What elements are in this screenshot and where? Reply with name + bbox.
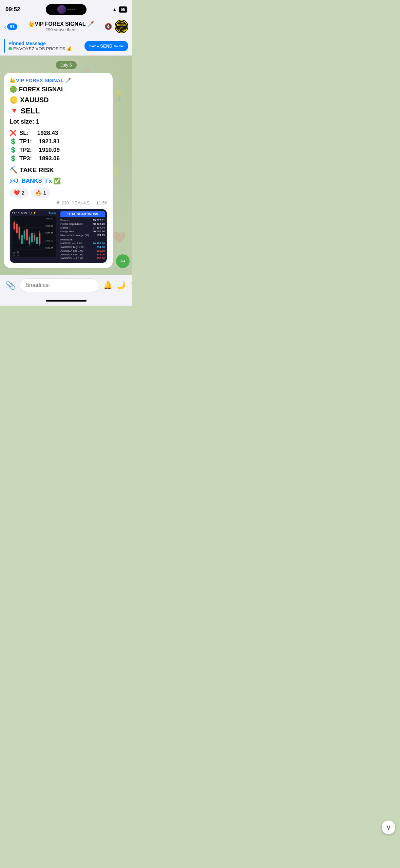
tp1-label: TP1: bbox=[19, 138, 32, 145]
wifi-icon: ▲ bbox=[112, 7, 117, 12]
marge-libre-value: 20 667.36 bbox=[93, 230, 105, 233]
tp2-value: 1910.09 bbox=[39, 147, 60, 153]
trade-screenshot[interactable]: 12:16 M15 + 𝑓 ⚡ Trade 1927.25 1926.50 19… bbox=[9, 209, 107, 263]
signal-pair: 🪙 XAUUSD bbox=[9, 96, 107, 104]
attach-button[interactable]: 📎 bbox=[5, 281, 16, 290]
notch-avatar bbox=[57, 5, 66, 14]
fonds-value: 48 525.10 bbox=[93, 222, 105, 225]
message-author: J'BANKS bbox=[72, 200, 90, 205]
bell-icon[interactable]: 🔔 bbox=[103, 281, 112, 290]
balance-value: 15 677.81 bbox=[93, 219, 105, 222]
tp3-emoji: 💲 bbox=[9, 155, 17, 162]
position-3: XAUUSD, sell 1.00 842.00 bbox=[60, 253, 105, 256]
tp3-label: TP3: bbox=[19, 155, 32, 162]
home-bar bbox=[46, 300, 87, 302]
svg-text:1926.50: 1926.50 bbox=[45, 224, 53, 228]
mention-link[interactable]: @J_BANKS_Fx ✅ bbox=[9, 177, 107, 185]
niveau-label: Niveau de la marge (%) : bbox=[60, 234, 90, 237]
pos1-name: XAUUSD, buy 1.00 bbox=[60, 246, 83, 249]
notch-dots bbox=[68, 9, 75, 10]
chart-svg: 1927.25 1926.50 1925.75 1925.00 1924.25 bbox=[12, 216, 56, 257]
chart-controls: + 𝑓 ⚡ bbox=[28, 211, 36, 215]
pair-emoji: 🪙 bbox=[9, 96, 18, 104]
pinned-message-text: ENVOYEZ VOS PROFITS 💰 bbox=[13, 46, 72, 51]
pos3-value: 842.00 bbox=[97, 253, 105, 256]
tp2-spaces bbox=[35, 147, 36, 153]
marge-value: 27 857.74 bbox=[93, 226, 105, 229]
mic-icon[interactable]: 🎙️ bbox=[130, 281, 132, 290]
fire-count: 1 bbox=[43, 190, 46, 196]
mute-icon[interactable]: 🔇 bbox=[104, 23, 112, 30]
status-bar: 09:52 ▲ 66 bbox=[0, 0, 132, 17]
niveau-row: Niveau de la marge (%) : 174.19 bbox=[60, 234, 105, 237]
share-button[interactable]: ↪ bbox=[116, 254, 130, 268]
pos0-name: NAS100, sell 1.00 bbox=[60, 242, 82, 245]
pinned-content: Pinned Message ENVOYEZ VOS PROFITS 💰 bbox=[8, 41, 81, 51]
pinned-message-bar[interactable]: Pinned Message ENVOYEZ VOS PROFITS 💰 »»»… bbox=[0, 36, 132, 56]
pos0-value: 14 380.00 bbox=[93, 242, 105, 245]
sender-name: 👑VIP FOREX SIGNAL 🗡️ bbox=[9, 77, 71, 84]
sl-emoji: ❌ bbox=[9, 129, 17, 137]
message-input[interactable] bbox=[20, 278, 99, 292]
pinned-accent-bar bbox=[4, 39, 5, 53]
fire-reaction[interactable]: 🔥 1 bbox=[31, 188, 50, 198]
verified-badge-icon: ✅ bbox=[53, 177, 61, 185]
channel-avatar[interactable]: THE HOUSE OF DOLLARS bbox=[115, 20, 128, 33]
avatar-text: THE HOUSE OF DOLLARS bbox=[116, 21, 127, 32]
marge-row: Marge : 27 857.74 bbox=[60, 226, 105, 229]
take-risk-text: TAKE RISK bbox=[20, 166, 54, 174]
status-icons: ▲ 66 bbox=[112, 6, 127, 13]
pair-name: XAUUSD bbox=[20, 96, 49, 104]
pos2-value: 826.00 bbox=[97, 249, 105, 252]
reactions-row: ❤️ 2 🔥 1 bbox=[9, 188, 107, 198]
tp2-emoji: 💲 bbox=[9, 146, 17, 153]
back-button[interactable]: ‹ 91 bbox=[4, 23, 17, 30]
tp1-line: 💲 TP1: 1921.81 bbox=[9, 138, 107, 145]
svg-text:sell 1.00: sell 1.00 bbox=[13, 251, 19, 253]
tp3-spaces bbox=[35, 155, 36, 162]
date-badge: July 6 bbox=[4, 62, 128, 68]
chat-area: 🍭 💡 🌿 ⭐ 🍬 ❤️ 🪁 🫧 July 6 👑VIP FOREX SIGNA… bbox=[0, 56, 132, 275]
tp3-line: 💲 TP3: 1893.06 bbox=[9, 155, 107, 162]
position-0: NAS100, sell 1.00 14 380.00 bbox=[60, 242, 105, 245]
chart-time: 12:16 bbox=[12, 212, 20, 215]
tp1-value: 1921.81 bbox=[39, 138, 60, 145]
heart-reaction[interactable]: ❤️ 2 bbox=[9, 188, 28, 198]
pos1-value: 234.00 bbox=[97, 246, 105, 249]
message-bubble: 👑VIP FOREX SIGNAL 🗡️ 🟢 FOREX SIGNAL 🪙 XA… bbox=[4, 73, 113, 268]
share-icon: ↪ bbox=[120, 257, 126, 265]
sl-value: 1928.43 bbox=[37, 130, 58, 137]
moon-icon[interactable]: 🌙 bbox=[116, 281, 126, 290]
green-dot-icon bbox=[8, 47, 12, 50]
back-chevron-icon: ‹ bbox=[4, 23, 6, 30]
chat-title: 👑VIP FOREX SIGNAL 🗡️ bbox=[20, 21, 102, 27]
message-meta: 👁 230 J'BANKS , 11:56 bbox=[9, 200, 107, 205]
position-4: XAUUSD, sell 1.00 852.00 bbox=[60, 257, 105, 260]
header-actions: 🔇 THE HOUSE OF DOLLARS bbox=[104, 20, 128, 33]
subscriber-count: 299 subscribers bbox=[20, 27, 102, 32]
bottom-toolbar: 📎 🔔 🌙 🎙️ bbox=[0, 275, 132, 295]
back-count-badge: 91 bbox=[7, 23, 17, 30]
eye-icon: 👁 bbox=[56, 200, 60, 205]
chart-label: M15 bbox=[21, 212, 27, 215]
account-time: 12:16 bbox=[67, 213, 75, 216]
message-time: 11:56 bbox=[96, 200, 107, 205]
position-1: XAUUSD, buy 1.00 234.00 bbox=[60, 246, 105, 249]
battery-indicator: 66 bbox=[119, 6, 127, 13]
send-button[interactable]: »»»» SEND «««« bbox=[84, 41, 128, 51]
fonds-row: Fonds disponibles : 48 525.10 bbox=[60, 222, 105, 225]
tp2-label: TP2: bbox=[19, 147, 32, 153]
pinned-text: ENVOYEZ VOS PROFITS 💰 bbox=[8, 46, 81, 51]
positions-title: Positions bbox=[60, 238, 105, 241]
home-indicator bbox=[0, 295, 132, 306]
date-text: July 6 bbox=[56, 61, 77, 69]
sl-spaces bbox=[31, 130, 34, 137]
pos4-value: 852.00 bbox=[97, 257, 105, 260]
pos4-name: XAUUSD, sell 1.00 bbox=[60, 257, 83, 260]
tp2-line: 💲 TP2: 1910.09 bbox=[9, 146, 107, 153]
heart-emoji: ❤️ bbox=[14, 190, 20, 196]
svg-text:1927.25: 1927.25 bbox=[45, 217, 53, 220]
signal-direction: 🔻 SELL bbox=[9, 107, 107, 115]
chart-panel: 12:16 M15 + 𝑓 ⚡ Trade 1927.25 1926.50 19… bbox=[10, 209, 58, 263]
position-2: XAUUSD, sell 1.00 826.00 bbox=[60, 249, 105, 252]
